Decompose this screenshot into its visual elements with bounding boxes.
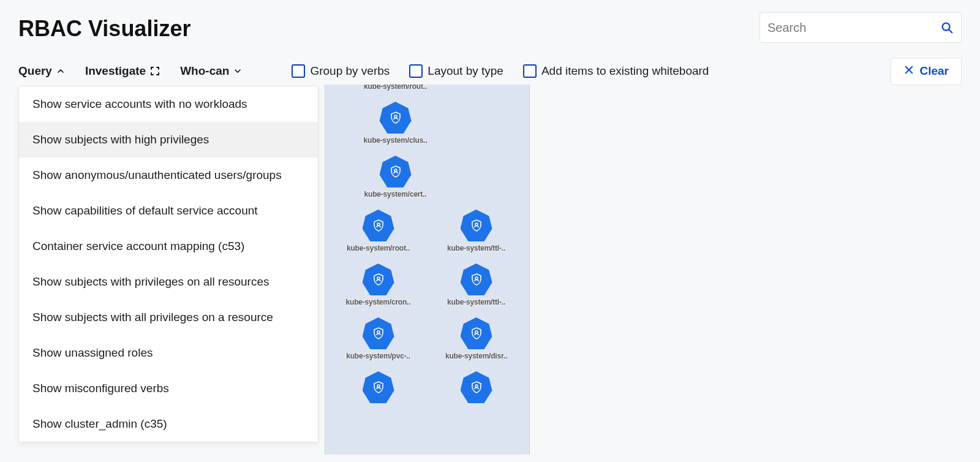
query-menu-item[interactable]: Show unassigned roles — [19, 335, 318, 371]
query-menu-item[interactable]: Show subjects with high privileges — [19, 122, 318, 157]
query-menu-item[interactable]: Show cluster_admin (c35) — [19, 406, 318, 442]
query-menu-item[interactable]: Show subjects with privileges on all res… — [19, 264, 318, 300]
svg-point-13 — [377, 385, 380, 387]
checkbox-icon — [409, 64, 423, 78]
shield-user-icon — [461, 263, 492, 295]
menu-whocan[interactable]: Who-can — [180, 64, 243, 78]
toolbar: Query Investigate Who-can Group by v — [18, 61, 962, 81]
checkbox-label: Group by verbs — [310, 64, 390, 78]
checkbox-label: Layout by type — [428, 64, 503, 78]
svg-point-10 — [475, 277, 478, 279]
shield-user-icon — [461, 210, 492, 241]
query-menu-item[interactable]: Show misconfigured verbs — [19, 371, 318, 406]
service-account-node[interactable] — [333, 371, 424, 403]
whiteboard-canvas[interactable]: kube-system/rout..kube-system/clus..kube… — [325, 85, 530, 455]
close-icon — [903, 64, 914, 78]
menu-query[interactable]: Query — [18, 64, 66, 78]
svg-point-11 — [377, 331, 380, 333]
chevron-down-icon — [233, 66, 243, 76]
menu-query-label: Query — [18, 64, 52, 78]
service-account-node[interactable]: kube-system/clus.. — [350, 102, 442, 145]
page-title: RBAC Visualizer — [18, 16, 190, 42]
query-dropdown: Show service accounts with no workloadsS… — [18, 86, 318, 442]
service-account-node[interactable]: kube-system/cron.. — [333, 263, 424, 306]
checkbox-layout-by-type[interactable]: Layout by type — [409, 64, 503, 78]
node-label: kube-system/ttl-.. — [447, 298, 505, 306]
shield-user-icon — [461, 371, 492, 403]
service-account-node[interactable] — [431, 371, 522, 403]
svg-point-5 — [394, 115, 397, 118]
service-account-node[interactable]: kube-system/cert.. — [350, 156, 442, 199]
node-label: kube-system/cron.. — [346, 298, 411, 306]
svg-point-9 — [377, 277, 380, 279]
node-label: kube-system/rout.. — [364, 85, 427, 91]
shield-user-icon — [363, 263, 394, 295]
node-label: kube-system/pvc-.. — [346, 352, 410, 360]
checkbox-icon — [292, 64, 305, 78]
shield-user-icon — [363, 371, 394, 403]
query-menu-item[interactable]: Show service accounts with no workloads — [19, 86, 318, 122]
svg-point-14 — [475, 385, 478, 387]
svg-point-6 — [394, 169, 397, 172]
query-menu-item[interactable]: Show capabilities of default service acc… — [19, 193, 318, 229]
search-icon[interactable] — [940, 21, 954, 34]
query-menu-item[interactable]: Container service account mapping (c53) — [19, 229, 318, 264]
svg-point-8 — [475, 223, 478, 225]
service-account-node[interactable]: kube-system/rout.. — [350, 85, 442, 91]
node-label: kube-system/clus.. — [364, 136, 428, 145]
svg-point-7 — [377, 223, 380, 225]
node-label: kube-system/root.. — [347, 244, 410, 252]
svg-line-1 — [949, 29, 952, 32]
service-account-node[interactable]: kube-system/disr.. — [431, 317, 522, 360]
query-menu-item[interactable]: Show subjects with all privileges on a r… — [19, 300, 318, 335]
query-menu-item[interactable]: Show anonymous/unauthenticated users/gro… — [19, 157, 318, 193]
node-label: kube-system/ttl-.. — [447, 244, 505, 252]
service-account-node[interactable]: kube-system/pvc-.. — [333, 317, 424, 360]
checkbox-icon — [523, 64, 537, 78]
focus-icon — [149, 66, 160, 77]
search-input[interactable] — [767, 21, 940, 35]
checkbox-group-by-verbs[interactable]: Group by verbs — [292, 64, 390, 78]
shield-user-icon — [363, 317, 394, 349]
shield-user-icon — [380, 102, 412, 134]
node-label: kube-system/cert.. — [364, 190, 427, 199]
shield-user-icon — [380, 156, 412, 187]
checkbox-add-items[interactable]: Add items to existing whiteboard — [523, 64, 709, 78]
service-account-node[interactable]: kube-system/root.. — [333, 210, 424, 252]
service-account-node[interactable]: kube-system/ttl-.. — [431, 210, 522, 252]
svg-point-12 — [475, 331, 478, 333]
shield-user-icon — [363, 210, 394, 241]
checkbox-label: Add items to existing whiteboard — [541, 64, 709, 78]
search-input-container[interactable] — [760, 12, 962, 43]
menu-investigate-label: Investigate — [85, 64, 146, 78]
menu-investigate[interactable]: Investigate — [85, 64, 160, 78]
clear-button[interactable]: Clear — [891, 58, 962, 85]
node-label: kube-system/disr.. — [445, 352, 507, 360]
clear-button-label: Clear — [919, 64, 949, 78]
menu-whocan-label: Who-can — [180, 64, 229, 78]
service-account-node[interactable]: kube-system/ttl-.. — [431, 263, 522, 306]
shield-user-icon — [461, 317, 492, 349]
chevron-up-icon — [56, 66, 66, 76]
